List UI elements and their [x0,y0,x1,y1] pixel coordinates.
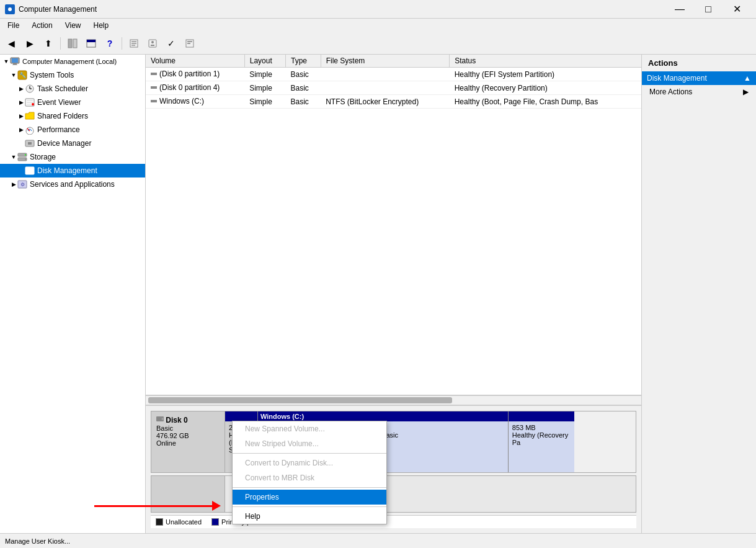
device-manager-icon [25,138,35,148]
partition-recovery-header [509,411,574,421]
disk-row-1 [151,475,636,513]
tree-expand-task-scheduler[interactable]: ▶ [17,85,25,92]
toolbar-up[interactable]: ⬆ [40,35,57,52]
menu-help[interactable]: Help [89,20,114,31]
disk-type: Basic [156,424,220,432]
ctx-new-spanned[interactable]: New Spanned Volume... [233,421,386,436]
menu-view[interactable]: View [60,20,86,31]
menu-action[interactable]: Action [27,20,57,31]
svg-point-35 [25,155,26,156]
scroll-thumb[interactable] [148,397,452,403]
toolbar-task[interactable] [181,35,198,52]
tree-storage[interactable]: ▼ Storage [0,150,145,164]
actions-section-arrow: ▲ [744,74,751,83]
toolbar-console[interactable] [82,35,100,52]
toolbar-forward[interactable]: ▶ [21,35,38,52]
disk-map: Disk 0 Basic 476.92 GB Online 260 MB Hea… [146,405,641,533]
tree-expand-storage[interactable]: ▼ [10,153,17,161]
tree-services[interactable]: ▶ ⚙ Services and Applications [0,177,145,191]
ctx-new-striped[interactable]: New Striped Volume... [233,436,386,451]
table-row[interactable]: Windows (C:) Simple Basic NTFS (BitLocke… [146,95,641,109]
ctx-properties[interactable]: Properties [233,490,386,505]
row-type: Basic [285,81,321,95]
scroll-area[interactable] [146,395,641,405]
row-layout: Simple [244,68,285,81]
svg-rect-18 [13,63,17,65]
col-type[interactable]: Type [285,55,321,68]
svg-rect-3 [73,39,77,48]
tree-system-tools[interactable]: ▼ 🔧 System Tools [0,68,145,82]
disk-table[interactable]: Volume Layout Type File System Status (D… [146,55,641,395]
svg-rect-5 [87,40,96,42]
right-content: Volume Layout Type File System Status (D… [146,55,641,533]
tree-event-viewer[interactable]: ▶ Event Viewer [0,96,145,109]
svg-rect-2 [68,39,72,48]
svg-text:⚙: ⚙ [20,182,25,187]
toolbar-properties[interactable] [144,35,161,52]
tree-device-manager[interactable]: Device Manager [0,137,145,150]
col-layout[interactable]: Layout [244,55,285,68]
actions-more-arrow: ▶ [743,88,749,96]
toolbar-sep-2 [122,37,122,50]
minimize-button[interactable]: — [665,0,694,19]
table-row[interactable]: (Disk 0 partition 4) Simple Basic Health… [146,81,641,95]
toolbar-back[interactable]: ◀ [2,35,20,52]
row-fs [321,81,450,95]
maximize-button[interactable]: □ [694,0,723,19]
ctx-help[interactable]: Help [233,509,386,524]
partition-recovery[interactable]: 853 MB Healthy (Recovery Pa [509,411,574,472]
tree-task-scheduler[interactable]: ▶ Task Scheduler [0,82,145,96]
tree-expand-system-tools[interactable]: ▼ [10,71,17,79]
tree-expand-root[interactable]: ▼ [2,58,10,65]
partition-efi-header [225,411,257,421]
ctx-convert-dynamic[interactable]: Convert to Dynamic Disk... [233,456,386,470]
tree-expand-event-viewer[interactable]: ▶ [17,99,25,106]
arrow-line [94,505,212,507]
row-volume: Windows (C:) [146,95,244,109]
toolbar: ◀ ▶ ⬆ ? ✓ [0,32,756,55]
actions-section-disk-management[interactable]: Disk Management ▲ [642,71,756,85]
svg-rect-19 [12,65,17,65]
legend-unallocated: Unallocated [156,518,202,526]
actions-more-actions[interactable]: More Actions ▶ [642,85,756,99]
tree-expand-shared-folders[interactable]: ▶ [17,112,25,120]
row-type: Basic [285,68,321,81]
status-bar: Manage User Kiosk... [0,533,756,548]
arrow-head [212,501,221,511]
toolbar-check[interactable]: ✓ [162,35,180,52]
actions-panel: Actions Disk Management ▲ More Actions ▶ [641,55,756,533]
col-volume[interactable]: Volume [146,55,244,68]
toolbar-help[interactable]: ? [101,35,118,52]
svg-point-1 [8,7,12,11]
context-menu: New Spanned Volume... New Striped Volume… [232,421,387,524]
menu-file[interactable]: File [2,20,24,31]
actions-section-label: Disk Management [647,74,707,83]
table-row[interactable]: (Disk 0 partition 1) Simple Basic Health… [146,68,641,81]
tree-root[interactable]: ▼ Computer Management (Local) [0,55,145,68]
col-filesystem[interactable]: File System [321,55,450,68]
legend-primary-box [211,518,219,526]
title-bar: Computer Management — □ ✕ [0,0,756,19]
window-title: Computer Management [19,5,97,14]
tree-disk-management[interactable]: Disk Management [0,164,145,177]
tree-expand-services[interactable]: ▶ [10,181,17,188]
legend-unallocated-label: Unallocated [166,518,202,526]
legend-unallocated-box [156,518,163,526]
shared-folders-label: Shared Folders [37,112,88,120]
tree-performance[interactable]: ▶ Performance [0,123,145,137]
storage-icon [17,152,27,162]
disk-name: Disk 0 [156,415,220,424]
toolbar-export[interactable] [125,35,143,52]
storage-label: Storage [30,153,56,161]
tree-shared-folders[interactable]: ▶ Shared Folders [0,109,145,123]
col-status[interactable]: Status [450,55,641,68]
svg-text:🔧: 🔧 [19,71,27,79]
task-scheduler-label: Task Scheduler [37,84,88,93]
close-button[interactable]: ✕ [723,0,751,19]
arrow-annotation [94,501,221,511]
ctx-convert-mbr[interactable]: Convert to MBR Disk [233,470,386,485]
tree-expand-performance[interactable]: ▶ [17,126,25,133]
services-label: Services and Applications [30,180,115,189]
disk-row-0: Disk 0 Basic 476.92 GB Online 260 MB Hea… [151,411,636,473]
toolbar-show-hide[interactable] [64,35,81,52]
